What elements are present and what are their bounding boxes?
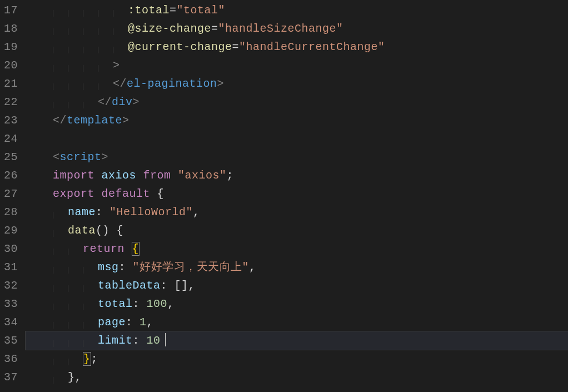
token: "total" <box>177 4 226 17</box>
token: : <box>96 206 103 219</box>
token: : <box>126 316 133 329</box>
code-line[interactable]: }; <box>26 350 568 368</box>
line-number: 26 <box>0 166 18 185</box>
code-line[interactable]: }, <box>26 368 568 386</box>
token: 10 <box>147 334 161 347</box>
token: { <box>132 242 140 256</box>
token <box>133 316 140 329</box>
token: "handleSizeChange" <box>218 22 343 35</box>
line-number: 36 <box>0 350 18 368</box>
token: "HelloWorld" <box>109 206 193 219</box>
code-line[interactable]: data() { <box>26 221 568 240</box>
code-line[interactable]: msg: "好好学习，天天向上", <box>26 258 568 276</box>
token: : <box>133 334 140 347</box>
token: </ <box>113 77 127 90</box>
line-number: 21 <box>0 75 18 93</box>
token: ; <box>91 353 98 365</box>
token: page <box>98 316 126 329</box>
token: "handleCurrentChange" <box>239 41 385 53</box>
token: default <box>102 187 151 200</box>
token: script <box>60 151 102 163</box>
line-number: 18 <box>0 19 18 38</box>
token: return <box>83 242 124 255</box>
line-number: 17 <box>0 1 18 19</box>
token: "好好学习，天天向上" <box>133 261 250 274</box>
token: } <box>83 352 91 366</box>
token: { <box>117 224 124 237</box>
token: from <box>143 169 171 182</box>
line-number: 34 <box>0 313 18 331</box>
token: export <box>53 187 94 200</box>
token: : <box>133 297 140 310</box>
code-line[interactable]: > <box>26 56 568 75</box>
line-number: 25 <box>0 148 18 166</box>
code-editor[interactable]: 1718192021222324252627282930313233343536… <box>0 0 568 392</box>
token: div <box>112 96 133 108</box>
token: , <box>75 371 82 384</box>
line-number: 27 <box>0 185 18 203</box>
token: = <box>211 22 218 35</box>
code-line[interactable]: import axios from "axios"; <box>26 166 568 185</box>
line-number: 35 <box>0 331 18 350</box>
code-line[interactable]: tableData: [], <box>26 276 568 295</box>
token <box>171 169 178 182</box>
token: , <box>147 316 154 329</box>
token: , <box>188 279 196 292</box>
line-number: 20 <box>0 56 18 75</box>
code-line[interactable]: name: "HelloWorld", <box>26 203 568 221</box>
code-line[interactable]: @size-change="handleSizeChange" <box>26 19 568 38</box>
token <box>109 224 117 237</box>
token: > <box>113 59 120 72</box>
token: 100 <box>147 297 168 310</box>
token: } <box>68 371 75 384</box>
token: > <box>133 96 140 108</box>
token: limit <box>98 334 133 347</box>
line-number-gutter: 1718192021222324252627282930313233343536… <box>0 0 26 392</box>
line-number: 22 <box>0 93 18 111</box>
line-number: 24 <box>0 130 18 148</box>
line-number: 29 <box>0 221 18 240</box>
code-line[interactable]: @current-change="handleCurrentChange" <box>26 38 568 56</box>
code-line[interactable]: :total="total" <box>26 1 568 19</box>
code-line[interactable]: limit: 10 <box>26 331 568 350</box>
token: < <box>53 151 60 163</box>
token <box>139 334 147 347</box>
line-number: 31 <box>0 258 18 276</box>
token: "axios" <box>178 169 227 182</box>
token: [] <box>175 279 188 292</box>
code-line[interactable]: return { <box>26 240 568 258</box>
code-line[interactable]: </div> <box>26 93 568 111</box>
code-line[interactable]: </el-pagination> <box>26 75 568 93</box>
token <box>124 242 132 255</box>
token: ; <box>227 169 234 182</box>
line-number: 32 <box>0 276 18 295</box>
token <box>136 169 143 182</box>
text-cursor <box>165 333 166 346</box>
line-number: 33 <box>0 295 18 313</box>
token: , <box>193 206 200 219</box>
token: > <box>102 151 109 163</box>
token: el-pagination <box>127 77 217 90</box>
token <box>103 206 110 219</box>
token: @size-change <box>128 22 211 35</box>
token: </ <box>53 114 67 127</box>
code-line[interactable]: page: 1, <box>26 313 568 331</box>
token: > <box>217 77 225 90</box>
code-line[interactable] <box>26 130 568 148</box>
code-area[interactable]: :total="total"@size-change="handleSizeCh… <box>26 0 568 392</box>
token: msg <box>98 261 119 274</box>
token: = <box>170 4 177 17</box>
token <box>94 169 102 182</box>
token <box>150 187 157 200</box>
token: () <box>96 224 109 237</box>
line-number: 19 <box>0 38 18 56</box>
code-line[interactable]: export default { <box>26 185 568 203</box>
code-line[interactable]: <script> <box>26 148 568 166</box>
token: , <box>249 261 256 274</box>
token: total <box>98 297 133 310</box>
token: tableData <box>98 279 161 292</box>
code-line[interactable]: total: 100, <box>26 295 568 313</box>
code-line[interactable]: </template> <box>26 111 568 130</box>
token: data <box>68 224 96 237</box>
token: : <box>119 261 126 274</box>
